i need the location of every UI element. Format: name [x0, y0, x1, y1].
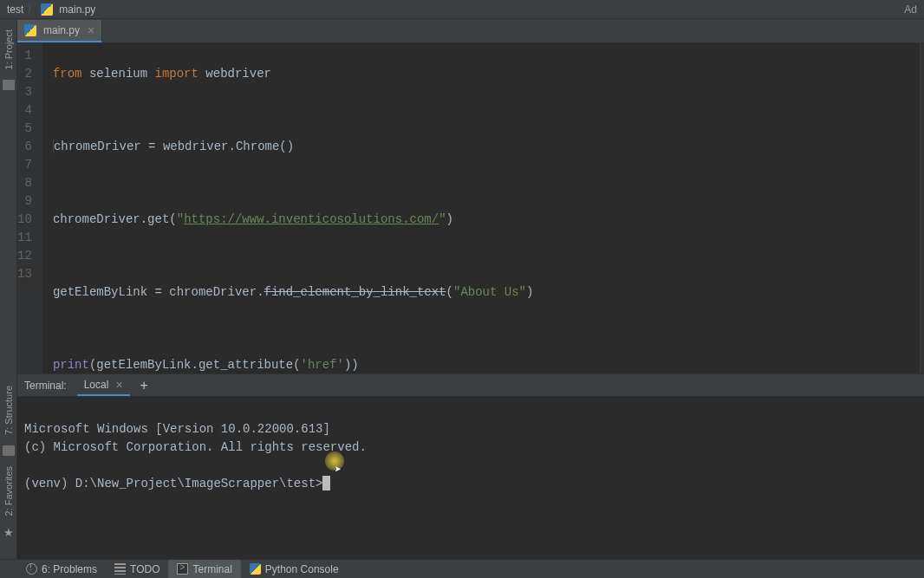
- star-icon[interactable]: ★: [3, 526, 15, 536]
- close-icon[interactable]: ×: [88, 23, 94, 37]
- line-gutter: 1 2 3 4 5 6 7 8 9 10 11 12 13: [17, 43, 42, 373]
- todo-icon: [114, 563, 126, 575]
- sidebar-favorites[interactable]: 2: Favorites: [3, 466, 14, 516]
- cursor-icon: ➤: [335, 461, 342, 479]
- structure-icon[interactable]: [3, 445, 15, 456]
- close-icon[interactable]: ×: [115, 378, 122, 392]
- bottom-todo[interactable]: TODO: [106, 560, 168, 578]
- breadcrumb-bar: test 〉 main.py Ad: [0, 0, 924, 19]
- left-tool-sidebar: 1: Project 7: Structure 2: Favorites ★: [0, 19, 17, 559]
- terminal-title: Terminal:: [24, 380, 67, 392]
- terminal-body[interactable]: Microsoft Windows [Version 10.0.22000.61…: [17, 397, 924, 559]
- folder-icon[interactable]: [3, 80, 15, 90]
- chevron-right-icon: 〉: [27, 2, 37, 16]
- editor-tabs: main.py ×: [17, 19, 924, 43]
- bottom-tool-bar: 6: Problems TODO Terminal Python Console: [0, 559, 924, 578]
- python-file-icon: [41, 3, 53, 16]
- bottom-python-console[interactable]: Python Console: [241, 560, 348, 578]
- terminal-tab-local[interactable]: Local ×: [77, 375, 130, 396]
- tab-main-py[interactable]: main.py ×: [17, 20, 102, 42]
- breadcrumb[interactable]: test 〉 main.py: [7, 2, 95, 16]
- code-editor[interactable]: 1 2 3 4 5 6 7 8 9 10 11 12 13 from selen…: [17, 43, 924, 373]
- plus-icon[interactable]: +: [140, 378, 148, 393]
- inspection-gutter: [920, 43, 924, 373]
- sidebar-project[interactable]: 1: Project: [3, 29, 14, 69]
- python-file-icon: [24, 24, 36, 36]
- terminal-cursor: [322, 476, 330, 490]
- code-content[interactable]: from selenium import webdriver chromeDri…: [42, 43, 920, 373]
- bottom-terminal[interactable]: Terminal: [168, 560, 240, 578]
- python-icon: [250, 563, 261, 575]
- tab-label: main.py: [43, 24, 80, 36]
- terminal-header: Terminal: Local × +: [17, 374, 924, 397]
- terminal-panel: Terminal: Local × + Microsoft Windows [V…: [17, 373, 924, 559]
- breadcrumb-file[interactable]: main.py: [59, 3, 95, 16]
- terminal-icon: [177, 563, 188, 575]
- top-right-label[interactable]: Ad: [904, 3, 917, 16]
- problems-icon: [26, 563, 37, 575]
- bottom-problems[interactable]: 6: Problems: [17, 560, 106, 578]
- breadcrumb-root[interactable]: test: [7, 3, 23, 16]
- sidebar-structure[interactable]: 7: Structure: [3, 386, 14, 435]
